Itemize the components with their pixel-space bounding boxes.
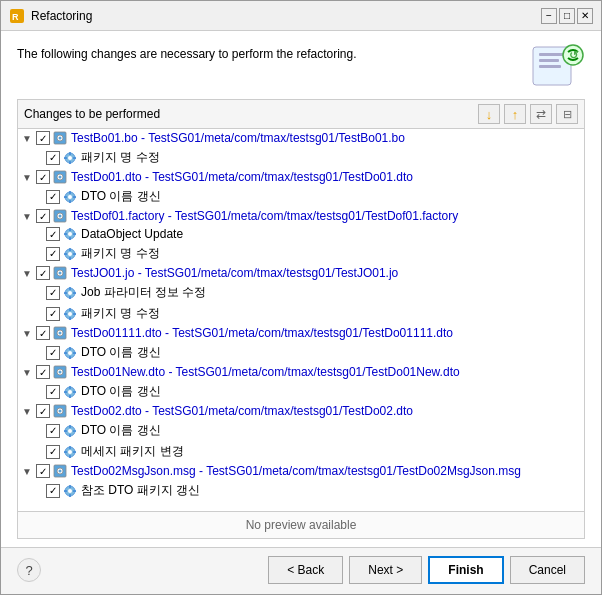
- help-button[interactable]: ?: [17, 558, 41, 582]
- checkbox[interactable]: [36, 170, 50, 184]
- checkbox[interactable]: [46, 307, 60, 321]
- tree-item-child[interactable]: 메세지 패키지 변경: [18, 441, 584, 462]
- tree-item[interactable]: ▼ TestDo01New.dto - TestSG01/meta/com/tm…: [18, 363, 584, 381]
- checkbox[interactable]: [36, 326, 50, 340]
- expand-icon[interactable]: ▼: [22, 328, 36, 339]
- checkbox[interactable]: [46, 286, 60, 300]
- tree-item-child[interactable]: 참조 DTO 패키지 갱신: [18, 480, 584, 501]
- checkbox[interactable]: [36, 131, 50, 145]
- child-item-label: 메세지 패키지 변경: [81, 443, 184, 460]
- tree-item[interactable]: ▼ TestDo01111.dto - TestSG01/meta/com/tm…: [18, 324, 584, 342]
- content-area: The following changes are necessary to p…: [1, 31, 601, 547]
- item-label: TestDo01New.dto - TestSG01/meta/com/tmax…: [71, 365, 460, 379]
- checkbox[interactable]: [46, 445, 60, 459]
- tree-item-child[interactable]: DTO 이름 갱신: [18, 381, 584, 402]
- next-button[interactable]: Next >: [349, 556, 422, 584]
- svg-point-19: [59, 176, 62, 179]
- svg-point-78: [68, 429, 72, 433]
- svg-rect-15: [64, 157, 67, 159]
- child-file-icon: [62, 445, 78, 459]
- tree-item-child[interactable]: DTO 이름 갱신: [18, 186, 584, 207]
- sort-up-button[interactable]: ↑: [504, 104, 526, 124]
- top-section: The following changes are necessary to p…: [17, 43, 585, 89]
- checkbox[interactable]: [46, 247, 60, 261]
- svg-rect-81: [64, 430, 67, 432]
- checkbox[interactable]: [36, 209, 50, 223]
- svg-point-36: [68, 252, 72, 256]
- tree-item-child[interactable]: DTO 이름 갱신: [18, 420, 584, 441]
- svg-point-91: [59, 470, 62, 473]
- svg-rect-72: [64, 391, 67, 393]
- header-icons: ↓ ↑ ⇄ ⊟: [478, 104, 578, 124]
- bottom-bar: ? < Back Next > Finish Cancel: [1, 547, 601, 594]
- svg-rect-52: [69, 308, 71, 311]
- checkbox[interactable]: [46, 151, 60, 165]
- sort-down-button[interactable]: ↓: [478, 104, 500, 124]
- expand-icon[interactable]: ▼: [22, 367, 36, 378]
- checkbox[interactable]: [46, 424, 60, 438]
- svg-text:R: R: [12, 12, 19, 22]
- svg-rect-4: [539, 59, 559, 62]
- changes-header: Changes to be performed ↓ ↑ ⇄ ⊟: [18, 100, 584, 129]
- svg-rect-94: [69, 485, 71, 488]
- tree-item[interactable]: ▼ TestJO01.jo - TestSG01/meta/com/tmax/t…: [18, 264, 584, 282]
- finish-button[interactable]: Finish: [428, 556, 503, 584]
- file-icon: [52, 464, 68, 478]
- app-icon: R: [9, 8, 25, 24]
- checkbox[interactable]: [46, 227, 60, 241]
- svg-point-43: [59, 272, 62, 275]
- minimize-button[interactable]: −: [541, 8, 557, 24]
- checkbox[interactable]: [46, 190, 60, 204]
- svg-rect-86: [69, 455, 71, 458]
- svg-rect-14: [69, 161, 71, 164]
- filter-button[interactable]: ⇄: [530, 104, 552, 124]
- checkbox[interactable]: [36, 266, 50, 280]
- expand-all-button[interactable]: ⊟: [556, 104, 578, 124]
- tree-item-child[interactable]: 패키지 명 수정: [18, 147, 584, 168]
- expand-icon[interactable]: ▼: [22, 268, 36, 279]
- tree-area[interactable]: ▼ TestBo01.bo - TestSG01/meta/com/tmax/t…: [18, 129, 584, 511]
- svg-rect-34: [73, 233, 76, 235]
- tree-item-child[interactable]: DTO 이름 갱신: [18, 342, 584, 363]
- expand-icon[interactable]: ▼: [22, 172, 36, 183]
- maximize-button[interactable]: □: [559, 8, 575, 24]
- tree-item-child[interactable]: Job 파라미터 정보 수정: [18, 282, 584, 303]
- filter-icon: ⇄: [536, 107, 546, 121]
- item-label: TestBo01.bo - TestSG01/meta/com/tmax/tes…: [71, 131, 405, 145]
- cancel-button[interactable]: Cancel: [510, 556, 585, 584]
- expand-icon[interactable]: ▼: [22, 406, 36, 417]
- tree-item-child[interactable]: 패키지 명 수정: [18, 243, 584, 264]
- svg-point-51: [68, 312, 72, 316]
- svg-rect-22: [69, 191, 71, 194]
- svg-point-93: [68, 489, 72, 493]
- checkbox[interactable]: [36, 464, 50, 478]
- checkbox[interactable]: [46, 385, 60, 399]
- checkbox[interactable]: [46, 484, 60, 498]
- svg-rect-47: [69, 296, 71, 299]
- svg-rect-70: [69, 386, 71, 389]
- tree-item[interactable]: ▼ TestDo01.dto - TestSG01/meta/com/tmax/…: [18, 168, 584, 186]
- item-label: TestDof01.factory - TestSG01/meta/com/tm…: [71, 209, 458, 223]
- expand-icon[interactable]: ▼: [22, 211, 36, 222]
- expand-icon[interactable]: ▼: [22, 133, 36, 144]
- file-icon: [52, 365, 68, 379]
- checkbox[interactable]: [36, 404, 50, 418]
- tree-item-child[interactable]: 패키지 명 수정: [18, 303, 584, 324]
- tree-item-child[interactable]: DataObject Update: [18, 225, 584, 243]
- child-item-label: DTO 이름 갱신: [81, 188, 161, 205]
- item-label: TestDo02MsgJson.msg - TestSG01/meta/com/…: [71, 464, 521, 478]
- svg-rect-38: [69, 257, 71, 260]
- back-button[interactable]: < Back: [268, 556, 343, 584]
- checkbox[interactable]: [46, 346, 60, 360]
- child-file-icon: [62, 227, 78, 241]
- checkbox[interactable]: [36, 365, 50, 379]
- svg-point-60: [68, 351, 72, 355]
- tree-item[interactable]: ▼ TestDo02.dto - TestSG01/meta/com/tmax/…: [18, 402, 584, 420]
- tree-item[interactable]: ▼ TestDo02MsgJson.msg - TestSG01/meta/co…: [18, 462, 584, 480]
- tree-item[interactable]: ▼ TestDof01.factory - TestSG01/meta/com/…: [18, 207, 584, 225]
- sort-down-icon: ↓: [486, 107, 493, 122]
- tree-item[interactable]: ▼ TestBo01.bo - TestSG01/meta/com/tmax/t…: [18, 129, 584, 147]
- close-button[interactable]: ✕: [577, 8, 593, 24]
- item-label: TestJO01.jo - TestSG01/meta/com/tmax/tes…: [71, 266, 398, 280]
- expand-icon[interactable]: ▼: [22, 466, 36, 477]
